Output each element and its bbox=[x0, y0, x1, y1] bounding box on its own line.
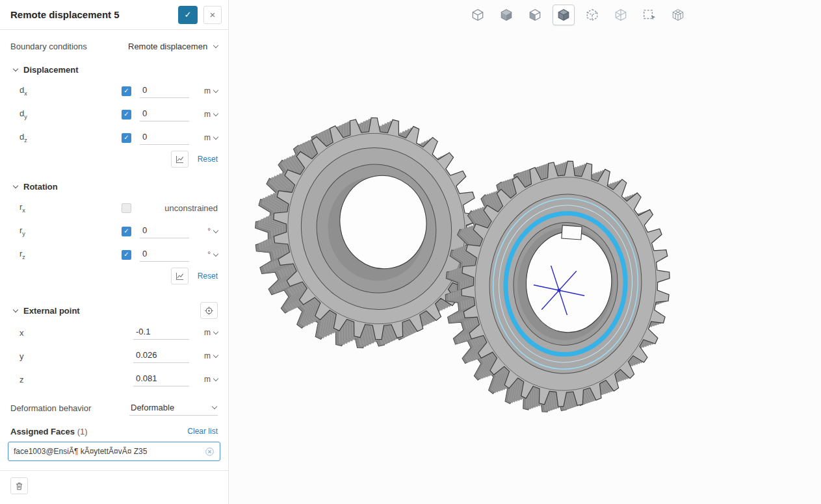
section-rotation-header[interactable]: Rotation bbox=[0, 177, 228, 196]
hidden-line-cube-icon bbox=[528, 8, 542, 22]
rx-row: rx unconstrained bbox=[0, 196, 228, 220]
box-select-icon bbox=[642, 8, 657, 22]
mesh-display-button[interactable] bbox=[667, 5, 689, 25]
target-icon bbox=[204, 306, 214, 316]
viewport-3d[interactable] bbox=[229, 0, 821, 504]
chevron-down-icon bbox=[213, 110, 218, 116]
dx-label: dx bbox=[20, 85, 122, 97]
wireframe-view-button[interactable] bbox=[581, 5, 603, 25]
chevron-down-icon bbox=[212, 403, 217, 409]
point-z-label: z bbox=[20, 375, 133, 384]
remove-face-button[interactable] bbox=[205, 447, 215, 457]
chevron-down-icon bbox=[213, 42, 218, 47]
plot-curve-button[interactable] bbox=[171, 151, 189, 168]
point-y-unit-select[interactable]: m bbox=[189, 351, 218, 360]
fit-view-button[interactable] bbox=[467, 5, 489, 25]
dy-input[interactable]: 0 bbox=[140, 107, 189, 121]
assigned-faces-count: (1) bbox=[77, 427, 88, 436]
point-x-label: x bbox=[20, 328, 133, 338]
rotation-reset-link[interactable]: Reset bbox=[198, 271, 218, 281]
deformation-behavior-select[interactable]: Deformable bbox=[129, 401, 218, 416]
point-x-input[interactable]: -0.1 bbox=[133, 325, 189, 340]
dz-checkbox[interactable]: ✓ bbox=[122, 133, 131, 143]
dx-unit-select[interactable]: m bbox=[189, 86, 218, 95]
deformation-behavior-label: Deformation behavior bbox=[10, 403, 91, 413]
hidden-line-view-button[interactable] bbox=[524, 5, 546, 25]
check-icon: ✓ bbox=[124, 134, 129, 141]
clear-list-link[interactable]: Clear list bbox=[187, 427, 218, 436]
dx-row: dx ✓ 0 m bbox=[0, 79, 228, 103]
plot-curve-button[interactable] bbox=[171, 268, 189, 284]
point-z-row: z 0.081 m bbox=[0, 368, 228, 391]
mesh-cube-icon bbox=[671, 8, 685, 22]
assigned-face-name: face1003@EnsiÃ¶ kÃ¤ytettÃ¤vÃ¤ Z35 bbox=[14, 447, 147, 456]
dx-input[interactable]: 0 bbox=[140, 84, 189, 98]
section-displacement-header[interactable]: Displacement bbox=[0, 60, 228, 79]
point-z-input[interactable]: 0.081 bbox=[133, 372, 189, 386]
boundary-conditions-row: Boundary conditions Remote displacement bbox=[0, 35, 228, 57]
shaded-cube-icon bbox=[556, 8, 571, 22]
section-external-point-header[interactable]: External point bbox=[0, 300, 228, 321]
deformation-behavior-value: Deformable bbox=[131, 403, 174, 412]
ry-checkbox[interactable]: ✓ bbox=[122, 227, 131, 236]
trash-icon bbox=[14, 481, 24, 491]
chevron-down-icon bbox=[213, 251, 218, 256]
pick-point-button[interactable] bbox=[200, 302, 218, 319]
header-actions: ✓ × bbox=[178, 6, 222, 24]
chevron-down-icon bbox=[213, 227, 218, 233]
chevron-down-icon bbox=[13, 183, 18, 188]
deformation-behavior-row: Deformation behavior Deformable bbox=[0, 395, 228, 421]
view-toolbar bbox=[467, 5, 689, 25]
ry-unit-select[interactable]: ° bbox=[189, 227, 218, 236]
close-icon: × bbox=[210, 9, 216, 20]
rx-label: rx bbox=[20, 202, 122, 214]
dy-unit-select[interactable]: m bbox=[189, 110, 218, 119]
check-icon: ✓ bbox=[124, 111, 129, 118]
check-icon: ✓ bbox=[124, 228, 129, 234]
displacement-actions: Reset bbox=[0, 149, 228, 169]
solid-shading-button[interactable] bbox=[495, 5, 517, 25]
transparent-view-button[interactable] bbox=[610, 5, 632, 25]
dz-input[interactable]: 0 bbox=[140, 131, 189, 145]
chevron-down-icon bbox=[213, 329, 218, 334]
point-y-row: y 0.026 m bbox=[0, 344, 228, 368]
point-y-input[interactable]: 0.026 bbox=[133, 349, 189, 363]
boundary-conditions-select[interactable]: Remote displacement bbox=[128, 42, 218, 51]
point-x-unit-select[interactable]: m bbox=[189, 328, 218, 337]
point-z-unit-select[interactable]: m bbox=[189, 375, 218, 384]
dz-unit-select[interactable]: m bbox=[189, 133, 218, 142]
section-title: Rotation bbox=[23, 182, 58, 192]
chevron-down-icon bbox=[13, 66, 18, 71]
circle-close-icon bbox=[205, 447, 215, 457]
close-button[interactable]: × bbox=[203, 6, 222, 24]
dy-checkbox[interactable]: ✓ bbox=[122, 110, 131, 120]
ry-input[interactable]: 0 bbox=[140, 224, 189, 238]
chart-icon bbox=[175, 271, 185, 281]
dy-row: dy ✓ 0 m bbox=[0, 103, 228, 126]
assigned-faces-label: Assigned Faces bbox=[10, 427, 75, 436]
box-select-button[interactable] bbox=[638, 5, 660, 25]
confirm-button[interactable]: ✓ bbox=[178, 6, 198, 24]
panel-footer bbox=[0, 471, 228, 501]
check-icon: ✓ bbox=[124, 251, 129, 258]
gears-3d-scene[interactable] bbox=[229, 0, 820, 504]
rz-input[interactable]: 0 bbox=[140, 247, 189, 262]
check-icon: ✓ bbox=[124, 88, 129, 94]
transparent-cube-icon bbox=[614, 8, 628, 22]
wireframe-cube-icon bbox=[585, 8, 599, 22]
dx-checkbox[interactable]: ✓ bbox=[122, 86, 131, 96]
chevron-down-icon bbox=[213, 87, 218, 92]
boundary-conditions-value: Remote displacement bbox=[128, 42, 207, 51]
ry-label: ry bbox=[20, 225, 122, 237]
assigned-face-item[interactable]: face1003@EnsiÃ¶ kÃ¤ytettÃ¤vÃ¤ Z35 bbox=[8, 442, 220, 461]
delete-button[interactable] bbox=[10, 477, 28, 494]
assigned-faces-header: Assigned Faces (1) Clear list bbox=[0, 422, 228, 440]
dz-label: dz bbox=[20, 132, 122, 144]
displacement-reset-link[interactable]: Reset bbox=[198, 155, 218, 164]
rx-checkbox[interactable] bbox=[122, 203, 131, 213]
shaded-edges-view-button[interactable] bbox=[553, 5, 575, 25]
page-title: Remote displacement 5 bbox=[10, 9, 120, 20]
dz-row: dz ✓ 0 m bbox=[0, 126, 228, 149]
rz-unit-select[interactable]: ° bbox=[189, 250, 218, 259]
rz-checkbox[interactable]: ✓ bbox=[122, 250, 131, 260]
